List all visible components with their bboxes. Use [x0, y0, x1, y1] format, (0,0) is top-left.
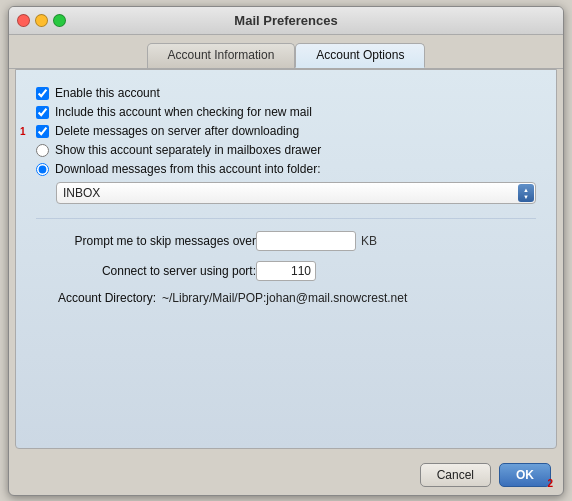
minimize-button[interactable]	[35, 14, 48, 27]
skip-messages-label: Prompt me to skip messages over	[36, 234, 256, 248]
tabs-bar: Account Information Account Options	[9, 35, 563, 69]
download-folder-label: Download messages from this account into…	[55, 162, 320, 176]
main-window: Mail Preferences Account Information Acc…	[8, 6, 564, 496]
form-row-port: Connect to server using port:	[36, 261, 536, 281]
show-separately-radio[interactable]	[36, 144, 49, 157]
cancel-button[interactable]: Cancel	[420, 463, 491, 487]
checkboxes-section: Enable this account Include this account…	[36, 86, 536, 204]
window-controls	[17, 14, 66, 27]
titlebar: Mail Preferences	[9, 7, 563, 35]
delete-messages-label: Delete messages on server after download…	[55, 124, 299, 138]
tab-account-options[interactable]: Account Options	[295, 43, 425, 68]
bottom-bar: Cancel OK 2	[9, 455, 563, 495]
account-directory-label: Account Directory:	[36, 291, 156, 305]
option-row-show: Show this account separately in mailboxe…	[36, 143, 536, 157]
delete-messages-checkbox[interactable]	[36, 125, 49, 138]
folder-select-wrapper: INBOX Drafts Sent Trash	[56, 182, 536, 204]
enable-account-label: Enable this account	[55, 86, 160, 100]
show-separately-label: Show this account separately in mailboxe…	[55, 143, 321, 157]
badge-2: 2	[547, 478, 553, 489]
server-port-label: Connect to server using port:	[36, 264, 256, 278]
include-checking-label: Include this account when checking for n…	[55, 105, 312, 119]
server-port-input[interactable]	[256, 261, 316, 281]
form-row-directory: Account Directory: ~/Library/Mail/POP:jo…	[36, 291, 536, 305]
close-button[interactable]	[17, 14, 30, 27]
form-rows: Prompt me to skip messages over KB Conne…	[36, 218, 536, 305]
folder-row: INBOX Drafts Sent Trash	[36, 182, 536, 204]
folder-select[interactable]: INBOX Drafts Sent Trash	[56, 182, 536, 204]
enable-account-checkbox[interactable]	[36, 87, 49, 100]
ok-button[interactable]: OK	[499, 463, 551, 487]
badge-1: 1	[20, 126, 26, 137]
option-row-include: Include this account when checking for n…	[36, 105, 536, 119]
maximize-button[interactable]	[53, 14, 66, 27]
content-panel: Enable this account Include this account…	[15, 69, 557, 449]
tab-account-information[interactable]: Account Information	[147, 43, 296, 68]
window-title: Mail Preferences	[234, 13, 337, 28]
form-row-skip: Prompt me to skip messages over KB	[36, 231, 536, 251]
option-row-enable: Enable this account	[36, 86, 536, 100]
account-directory-value: ~/Library/Mail/POP:johan@mail.snowcrest.…	[162, 291, 407, 305]
option-row-download: Download messages from this account into…	[36, 162, 536, 176]
skip-messages-input[interactable]	[256, 231, 356, 251]
skip-messages-suffix: KB	[361, 234, 377, 248]
download-folder-radio[interactable]	[36, 163, 49, 176]
include-checking-checkbox[interactable]	[36, 106, 49, 119]
option-row-delete: 1 Delete messages on server after downlo…	[36, 124, 536, 138]
